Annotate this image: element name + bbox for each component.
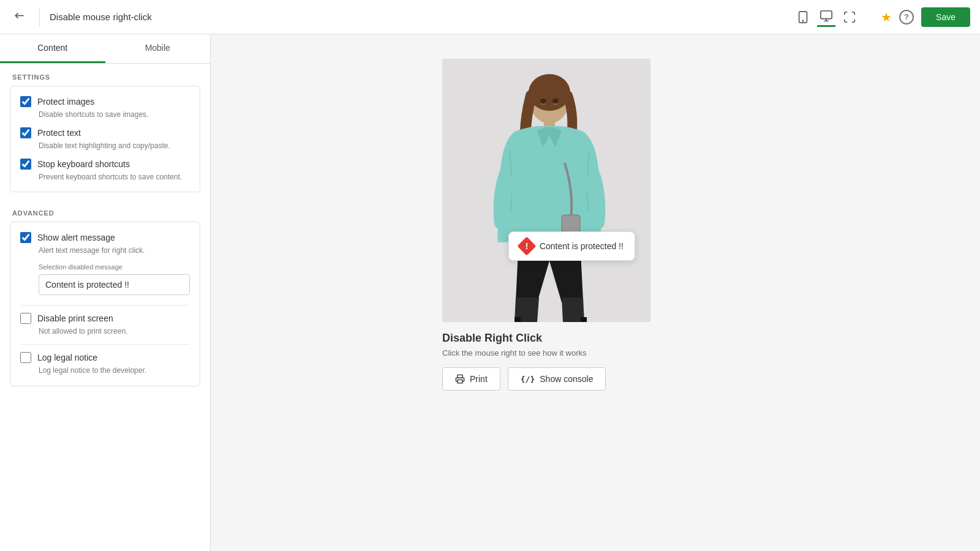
print-button-label: Print — [470, 374, 488, 384]
preview-content: Content is protected !! Disable Right Cl… — [442, 59, 748, 391]
print-icon — [455, 374, 465, 384]
svg-point-13 — [540, 99, 546, 103]
stop-keyboard-label[interactable]: Stop keyboard shortcuts — [37, 159, 130, 169]
show-console-button[interactable]: {/} Show console — [508, 367, 606, 391]
preview-image-container: Content is protected !! — [442, 59, 650, 322]
page-title: Disable mouse right-click — [50, 12, 786, 22]
disable-print-checkbox[interactable] — [20, 313, 31, 324]
selection-disabled-container: Selection disabled message — [20, 263, 190, 298]
svg-rect-15 — [458, 380, 462, 383]
save-button[interactable]: Save — [921, 7, 970, 27]
console-button-label: Show console — [540, 374, 593, 384]
selection-disabled-label: Selection disabled message — [39, 263, 190, 271]
left-panel: Content Mobile SETTINGS Protect images D… — [0, 34, 211, 551]
protect-images-checkbox[interactable] — [20, 96, 31, 107]
preview-title: Disable Right Click — [442, 332, 542, 345]
stop-keyboard-checkbox[interactable] — [20, 159, 31, 170]
preview-buttons: Print {/} Show console — [442, 367, 606, 391]
show-alert-label[interactable]: Show alert message — [37, 233, 115, 242]
model-background — [442, 59, 650, 322]
show-alert-row: Show alert message — [20, 232, 190, 243]
show-alert-desc: Alert text message for right click. — [20, 246, 190, 256]
stop-keyboard-row: Stop keyboard shortcuts — [20, 159, 190, 170]
back-button[interactable] — [10, 7, 29, 27]
show-alert-checkbox[interactable] — [20, 232, 31, 243]
header-separator — [39, 8, 40, 26]
star-icon[interactable]: ★ — [881, 10, 892, 24]
protect-images-row: Protect images — [20, 96, 190, 107]
protect-text-label[interactable]: Protect text — [37, 128, 81, 138]
protect-text-checkbox[interactable] — [20, 127, 31, 138]
alert-popup-text: Content is protected !! — [540, 241, 624, 251]
preview-subtitle: Click the mouse right to see how it work… — [442, 348, 587, 358]
divider — [20, 305, 190, 305]
settings-card: Protect images Disable shortcuts to save… — [10, 86, 200, 192]
console-icon: {/} — [521, 375, 535, 384]
print-button[interactable]: Print — [442, 367, 500, 391]
top-header: Disable mouse right-click ★ ? Save — [0, 0, 980, 34]
log-legal-label[interactable]: Log legal notice — [37, 353, 97, 362]
log-legal-row: Log legal notice — [20, 352, 190, 363]
desktop-icon-button[interactable] — [817, 7, 835, 27]
protect-text-row: Protect text — [20, 127, 190, 138]
protect-text-desc: Disable text highlighting and copy/paste… — [20, 141, 190, 151]
help-icon[interactable]: ? — [899, 10, 914, 24]
svg-point-14 — [552, 99, 559, 103]
alert-popup: Content is protected !! — [508, 231, 635, 261]
disable-print-row: Disable print screen — [20, 313, 190, 324]
svg-rect-3 — [821, 11, 832, 19]
disable-print-desc: Not allowed to print screen. — [20, 326, 190, 337]
log-legal-desc: Log legal notice to the developer. — [20, 365, 190, 376]
model-svg — [442, 59, 650, 322]
fullscreen-icon-button[interactable] — [840, 8, 859, 26]
advanced-card: Show alert message Alert text message fo… — [10, 222, 200, 386]
tablet-icon-button[interactable] — [794, 8, 812, 26]
device-icons — [794, 7, 859, 27]
alert-popup-icon — [517, 236, 536, 255]
svg-rect-9 — [514, 317, 521, 322]
disable-print-label[interactable]: Disable print screen — [37, 313, 113, 323]
svg-rect-10 — [581, 317, 587, 322]
preview-area: Content is protected !! Disable Right Cl… — [211, 34, 980, 551]
protect-images-desc: Disable shortcuts to save images. — [20, 110, 190, 120]
log-legal-checkbox[interactable] — [20, 352, 31, 363]
stop-keyboard-desc: Prevent keyboard shortcuts to save conte… — [20, 172, 190, 182]
tab-mobile[interactable]: Mobile — [105, 34, 211, 63]
settings-section-label: SETTINGS — [0, 64, 210, 86]
divider2 — [20, 344, 190, 345]
main-layout: Content Mobile SETTINGS Protect images D… — [0, 34, 980, 551]
svg-point-2 — [802, 20, 803, 21]
header-right: ★ ? Save — [881, 7, 970, 27]
tabs: Content Mobile — [0, 34, 210, 64]
selection-disabled-input[interactable] — [39, 274, 190, 295]
protect-images-label[interactable]: Protect images — [37, 97, 94, 107]
advanced-section-label: ADVANCED — [0, 200, 210, 222]
tab-content[interactable]: Content — [0, 34, 105, 63]
